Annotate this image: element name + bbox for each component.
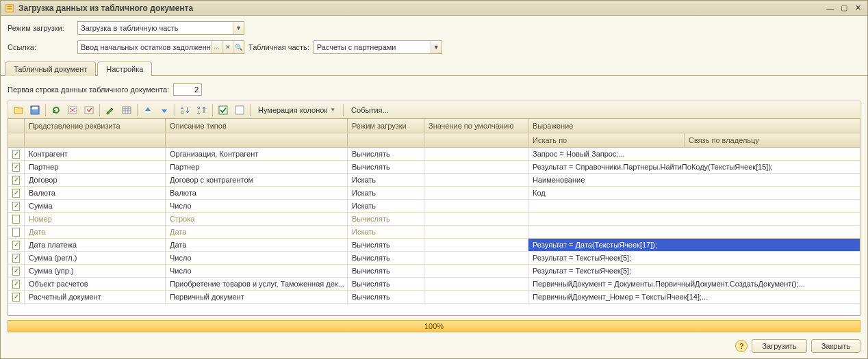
cell-name[interactable]: Сумма [25,200,166,212]
open-icon[interactable] [11,103,26,118]
header-owner[interactable]: Связь по владельцу [685,133,860,147]
cell-expr[interactable] [528,213,860,225]
cell-types[interactable]: Договор с контрагентом [166,174,348,186]
header-searchby[interactable]: Искать по [528,133,685,147]
table-row[interactable]: НомерСтрокаВычислять [8,213,860,226]
cell-types[interactable]: Приобретение товаров и услуг, Таможенная… [166,278,348,290]
table-icon[interactable] [119,103,134,118]
refresh-icon[interactable] [49,103,64,118]
cell-expr[interactable]: ПервичныйДокумент = Документы.ПервичныйД… [528,278,860,290]
cell-expr[interactable]: Результат = ТекстыЯчеек[5]; [528,265,860,277]
row-checkbox[interactable]: ✓ [12,293,20,302]
cell-default[interactable] [424,226,528,238]
cell-name[interactable]: Расчетный документ [25,291,166,303]
auto-icon[interactable] [81,103,97,118]
cell-types[interactable]: Валюта [166,187,348,199]
cell-name[interactable]: Объект расчетов [25,278,166,290]
check-all-icon[interactable] [216,103,231,118]
cell-types[interactable]: Дата [166,226,348,238]
cell-default[interactable] [424,265,528,277]
cell-mode[interactable]: Вычислять [348,239,424,251]
row-checkbox[interactable]: ✓ [12,150,20,159]
cell-mode[interactable]: Вычислять [348,252,424,264]
row-checkbox[interactable]: ✓ [12,280,20,289]
cell-expr[interactable] [528,200,860,212]
close-window-button[interactable]: ✕ [852,3,863,13]
cell-types[interactable]: Дата [166,239,348,251]
header-expr[interactable]: Выражение [528,119,860,133]
cell-name[interactable]: Контрагент [25,148,166,160]
table-row[interactable]: ✓Объект расчетовПриобретение товаров и у… [8,278,860,291]
numbering-button[interactable]: Нумерация колонок ▼ [253,103,340,118]
row-checkbox[interactable]: ✓ [12,189,20,198]
events-button[interactable]: События... [346,103,394,118]
cell-mode[interactable]: Вычислять [348,278,424,290]
cell-mode[interactable]: Искать [348,226,424,238]
cell-expr[interactable]: Результат = Дата(ТекстыЯчеек[17]); [528,239,860,251]
maximize-button[interactable]: ▢ [839,3,850,13]
cell-mode[interactable]: Вычислять [348,161,424,173]
dropdown-icon[interactable]: ▼ [431,41,442,53]
cell-types[interactable]: Число [166,252,348,264]
cell-name[interactable]: Дата [25,226,166,238]
ellipsis-icon[interactable]: … [211,41,222,53]
cell-mode[interactable]: Вычислять [348,265,424,277]
table-row[interactable]: ДатаДатаИскать [8,226,860,239]
tabpart-combo[interactable]: Расчеты с партнерами ▼ [314,40,442,54]
edit-icon[interactable] [103,103,118,118]
cell-expr[interactable]: Результат = ТекстыЯчеек[5]; [528,252,860,264]
cell-mode[interactable]: Искать [348,187,424,199]
cell-mode[interactable]: Вычислять [348,213,424,225]
sort-asc-icon[interactable]: AЯ [178,103,193,118]
table-row[interactable]: ✓СуммаЧислоИскать [8,200,860,213]
cell-types[interactable]: Строка [166,213,348,225]
ref-combo[interactable]: Ввод начальных остатков задолженно … ✕ 🔍 [77,40,244,54]
minimize-button[interactable]: — [825,3,836,13]
header-default[interactable]: Значение по умолчанию [424,119,528,133]
tab-settings[interactable]: Настройка [97,62,152,76]
cell-name[interactable]: Договор [25,174,166,186]
table-row[interactable]: ✓ПартнерПартнерВычислятьРезультат = Спра… [8,161,860,174]
header-types[interactable]: Описание типов [166,119,348,133]
cell-default[interactable] [424,291,528,303]
cell-expr[interactable]: ПервичныйДокумент_Номер = ТекстыЯчеек[14… [528,291,860,303]
cell-default[interactable] [424,252,528,264]
load-button[interactable]: Загрузить [752,339,806,353]
help-button[interactable]: ? [735,340,748,352]
table-row[interactable]: ✓ДоговорДоговор с контрагентомИскатьНаим… [8,174,860,187]
cell-name[interactable]: Номер [25,213,166,225]
cell-default[interactable] [424,187,528,199]
clear-ref-icon[interactable]: ✕ [222,41,233,53]
cell-types[interactable]: Число [166,265,348,277]
cell-name[interactable]: Партнер [25,161,166,173]
cell-mode[interactable]: Искать [348,174,424,186]
close-button[interactable]: Закрыть [811,339,860,353]
row-checkbox[interactable]: ✓ [12,202,20,211]
cell-types[interactable]: Первичный документ [166,291,348,303]
cell-mode[interactable]: Искать [348,200,424,212]
cell-types[interactable]: Партнер [166,161,348,173]
cell-types[interactable]: Число [166,200,348,212]
tab-doc[interactable]: Табличный документ [5,62,96,76]
row-checkbox[interactable] [12,228,20,237]
table-row[interactable]: ✓Сумма (упр.)ЧислоВычислятьРезультат = Т… [8,265,860,278]
cell-expr[interactable]: Наименование [528,174,860,186]
first-row-input[interactable] [173,83,202,96]
move-down-icon[interactable] [157,103,172,118]
cell-expr[interactable]: Результат = Справочники.Партнеры.НайтиПо… [528,161,860,173]
row-checkbox[interactable] [12,215,20,224]
cell-name[interactable]: Сумма (упр.) [25,265,166,277]
table-row[interactable]: ✓Сумма (регл.)ЧислоВычислятьРезультат = … [8,252,860,265]
row-checkbox[interactable]: ✓ [12,254,20,263]
clear-icon[interactable] [65,103,80,118]
cell-default[interactable] [424,148,528,160]
cell-default[interactable] [424,278,528,290]
header-name[interactable]: Представление реквизита [25,119,166,133]
cell-default[interactable] [424,200,528,212]
row-checkbox[interactable]: ✓ [12,163,20,172]
save-icon[interactable] [27,103,42,118]
table-row[interactable]: ✓ВалютаВалютаИскатьКод [8,187,860,200]
lookup-icon[interactable]: 🔍 [233,41,244,53]
cell-name[interactable]: Валюта [25,187,166,199]
header-loadmode[interactable]: Режим загрузки [348,119,424,133]
